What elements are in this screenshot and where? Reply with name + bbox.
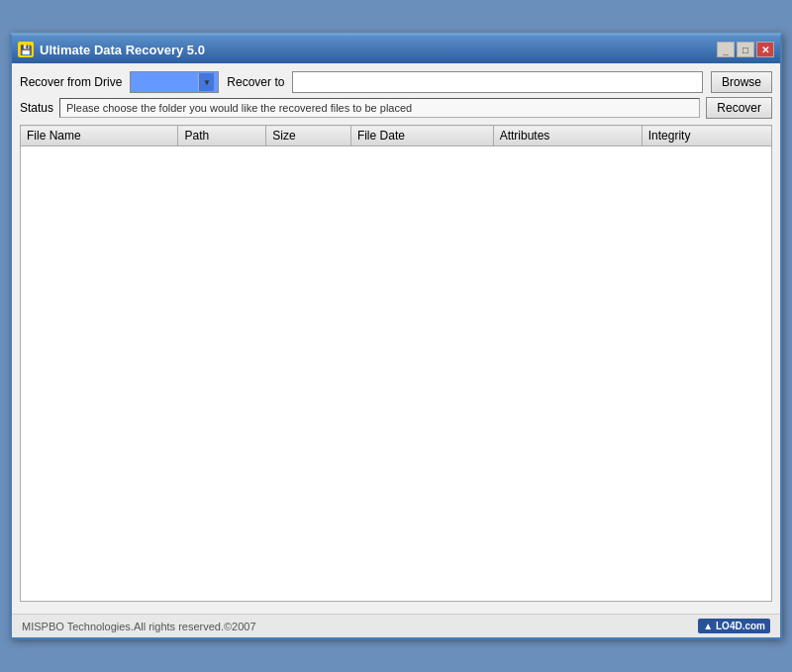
recover-to-label: Recover to — [227, 75, 284, 89]
col-file-date: File Date — [350, 126, 493, 146]
file-table: File Name Path Size File Date Attributes… — [20, 125, 772, 146]
status-label: Status — [20, 101, 53, 115]
window-title: Ultimate Data Recovery 5.0 — [40, 43, 205, 57]
minimize-button[interactable]: _ — [717, 42, 735, 57]
dropdown-arrow-icon: ▼ — [198, 73, 214, 91]
col-integrity: Integrity — [642, 126, 771, 146]
recover-button[interactable]: Recover — [706, 97, 772, 119]
recover-from-label: Recover from Drive — [20, 75, 122, 89]
title-bar-controls: _ □ ✕ — [717, 42, 774, 57]
copyright-text: MISPBO Technologies.All rights reserved.… — [22, 621, 256, 632]
table-body — [20, 146, 772, 602]
maximize-button[interactable]: □ — [737, 42, 754, 57]
footer-logo: ▲ LO4D.com — [698, 619, 770, 633]
close-button[interactable]: ✕ — [756, 42, 774, 57]
col-attributes: Attributes — [493, 126, 642, 146]
col-size: Size — [266, 126, 351, 146]
status-message: Please choose the folder you would like … — [66, 102, 412, 114]
col-file-name: File Name — [21, 126, 178, 146]
lo4d-logo: ▲ LO4D.com — [698, 619, 770, 633]
title-bar-left: 💾 Ultimate Data Recovery 5.0 — [18, 42, 205, 57]
drive-select-inner — [135, 73, 194, 91]
status-bar: Please choose the folder you would like … — [59, 98, 700, 118]
status-row: Status Please choose the folder you woul… — [20, 97, 772, 119]
toolbar-row: Recover from Drive ▼ Recover to Browse — [20, 71, 772, 93]
table-header: File Name Path Size File Date Attributes… — [21, 126, 772, 146]
main-window: 💾 Ultimate Data Recovery 5.0 _ □ ✕ Recov… — [10, 33, 782, 639]
table-header-row: File Name Path Size File Date Attributes… — [21, 126, 772, 146]
drive-select-dropdown[interactable]: ▼ — [130, 71, 219, 93]
recover-to-input[interactable] — [292, 71, 703, 93]
browse-button[interactable]: Browse — [711, 71, 772, 93]
title-bar: 💾 Ultimate Data Recovery 5.0 _ □ ✕ — [12, 36, 780, 63]
content-area: Recover from Drive ▼ Recover to Browse S… — [12, 63, 780, 610]
col-path: Path — [178, 126, 266, 146]
app-icon: 💾 — [18, 42, 34, 57]
footer: MISPBO Technologies.All rights reserved.… — [12, 614, 780, 637]
